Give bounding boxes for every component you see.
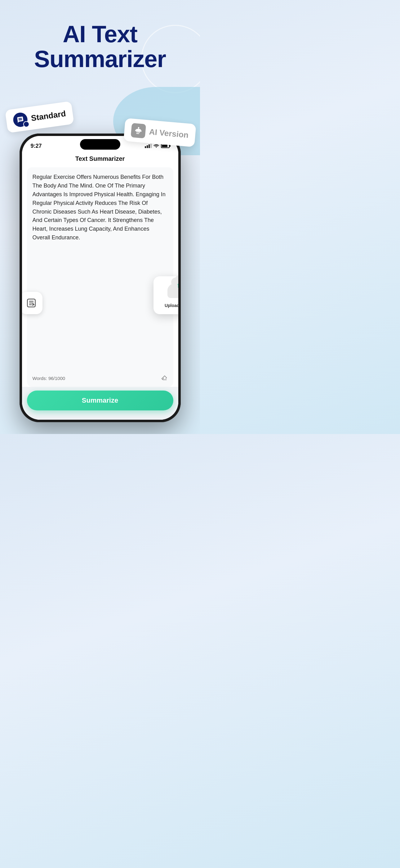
eraser-icon[interactable] (161, 374, 168, 382)
word-count-text: Words: 96/1000 (33, 376, 65, 381)
standard-icon (12, 112, 29, 128)
content-area: Text Summarizer Regular Exercise Offers … (22, 152, 178, 387)
text-input-area[interactable]: Regular Exercise Offers Numerous Benefit… (27, 167, 173, 371)
robot-icon (131, 123, 146, 138)
dynamic-island (80, 139, 120, 150)
screen-title: Text Summarizer (28, 155, 172, 162)
phone-screen: 9:27 Text Summar (22, 136, 178, 420)
upload-arrow-icon: ↑ (176, 281, 178, 289)
standard-label: Standard (30, 108, 66, 123)
app-header: Text Summarizer (22, 152, 178, 167)
summarize-button[interactable]: Summarize (27, 391, 173, 410)
input-text-content: Regular Exercise Offers Numerous Benefit… (33, 173, 168, 242)
upload-label: Upload a File (165, 303, 178, 308)
upload-cloud-icon: ↑ (167, 282, 178, 300)
hero-title-section: AI Text Summarizer (0, 22, 200, 71)
wifi-icon (154, 144, 159, 149)
ai-label: AI Version (149, 127, 189, 140)
phone-frame: 9:27 Text Summar (20, 133, 181, 422)
signal-bars-icon (145, 144, 152, 148)
status-time: 9:27 (31, 143, 42, 149)
app-title: AI Text Summarizer (9, 22, 191, 71)
word-count-bar: Words: 96/1000 (27, 370, 173, 387)
edit-fab-button[interactable] (22, 292, 42, 314)
bottom-section: Summarize (22, 387, 178, 420)
upload-popup[interactable]: ↑ Upload a File (154, 276, 178, 314)
summarize-label: Summarize (82, 397, 118, 404)
standard-mode-badge[interactable]: Standard (5, 101, 74, 133)
